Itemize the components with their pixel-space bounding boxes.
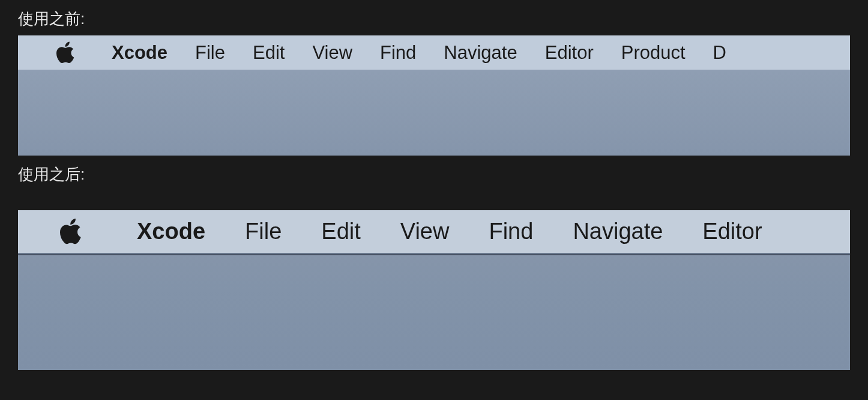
screenshot-after: Xcode File Edit View Find Navigate Edito…: [18, 210, 850, 370]
menu-edit[interactable]: Edit: [321, 219, 360, 244]
menubar-after: Xcode File Edit View Find Navigate Edito…: [18, 210, 850, 254]
menu-view[interactable]: View: [312, 42, 352, 64]
apple-logo-icon[interactable]: [60, 218, 83, 246]
menu-product[interactable]: Product: [621, 42, 686, 64]
apple-logo-icon[interactable]: [56, 41, 76, 64]
menu-file[interactable]: File: [245, 219, 282, 244]
app-menu-xcode[interactable]: Xcode: [137, 219, 205, 244]
menu-navigate[interactable]: Navigate: [573, 219, 663, 244]
menu-navigate[interactable]: Navigate: [444, 42, 517, 64]
menu-find[interactable]: Find: [489, 219, 533, 244]
menu-editor[interactable]: Editor: [545, 42, 594, 64]
menubar-before: Xcode File Edit View Find Navigate Edito…: [18, 35, 850, 70]
before-label: 使用之前:: [0, 0, 868, 35]
menu-view[interactable]: View: [400, 219, 450, 244]
menu-editor[interactable]: Editor: [702, 219, 762, 244]
app-menu-xcode[interactable]: Xcode: [112, 42, 167, 64]
after-label: 使用之后:: [0, 156, 868, 191]
menu-partial[interactable]: D: [713, 42, 726, 64]
menu-find[interactable]: Find: [380, 42, 416, 64]
screenshot-before: Xcode File Edit View Find Navigate Edito…: [18, 35, 850, 156]
menu-file[interactable]: File: [195, 42, 225, 64]
menu-edit[interactable]: Edit: [253, 42, 285, 64]
